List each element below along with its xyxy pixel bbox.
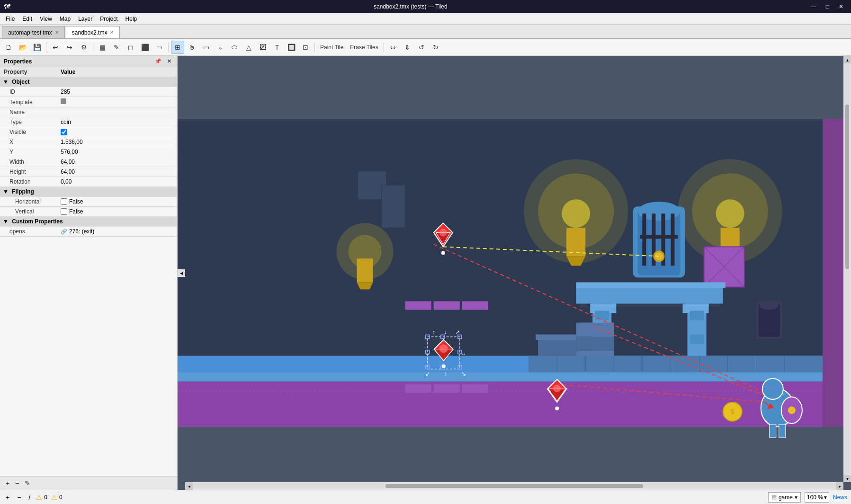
tab-sandbox-close[interactable]: ✕ [110,30,114,35]
tab-sandbox[interactable]: sandbox2.tmx ✕ [66,26,120,38]
ellipse-button[interactable]: ⬭ [228,41,241,54]
menu-project[interactable]: Project [96,15,121,23]
add-property-button[interactable]: + [4,478,11,488]
redo-button[interactable]: ↪ [63,41,76,54]
tile-button[interactable]: 🔲 [285,41,298,54]
flip-v-button[interactable]: ⇕ [401,41,414,54]
remove-property-button[interactable]: − [13,478,21,488]
scrollbar-v[interactable]: ▴ ▾ [843,56,851,482]
prop-width-value[interactable]: 64,00 [57,157,177,167]
section-custom-toggle[interactable]: ▼ [3,218,9,225]
undo-button[interactable]: ↩ [49,41,62,54]
menu-layer[interactable]: Layer [74,15,96,23]
section-object-toggle[interactable]: ▼ [3,79,9,85]
prop-type-label: Type [0,117,57,127]
opens-value-text: 276: (exit) [69,228,94,235]
scroll-right-btn[interactable]: ▸ [836,482,843,490]
scroll-thumb-h[interactable] [385,484,643,488]
prop-rotation-value[interactable]: 0,00 [57,177,177,187]
separator-3 [168,43,169,52]
menu-edit[interactable]: Edit [18,15,36,23]
select-rect-button[interactable]: ▭ [199,41,213,54]
prop-name-label: Name [0,107,57,117]
prop-horizontal-label: Horizontal [0,197,57,207]
select-region-button[interactable]: 🖱 [185,41,198,54]
add-property-statusbar-btn[interactable]: + [4,493,11,502]
prop-name-value[interactable] [57,107,177,117]
svg-rect-57 [462,301,488,310]
menu-view[interactable]: View [36,15,56,23]
text-button[interactable]: T [270,41,284,54]
maximize-button[interactable]: □ [822,2,833,11]
canvas-area[interactable]: ◂ [178,56,851,490]
scrollbar-v-track [845,63,849,475]
select-objects-button[interactable]: ⊞ [171,41,184,54]
image-button[interactable]: 🖼 [256,41,269,54]
svg-rect-58 [405,384,431,393]
scroll-left-btn[interactable]: ◂ [185,482,193,490]
scrollbar-h[interactable]: ◂ ▸ [185,482,843,490]
news-label[interactable]: News [833,494,847,501]
scroll-thumb-v[interactable] [845,105,849,269]
error-count: 0 [44,494,47,501]
svg-rect-47 [690,323,704,332]
section-object[interactable]: ▼ Object [0,77,177,87]
new-button[interactable]: 🗋 [2,41,15,54]
tilesets-button[interactable]: ▦ [96,41,109,54]
prop-x-value[interactable]: 1.536,00 [57,137,177,147]
remove-property-statusbar-btn[interactable]: − [15,493,23,502]
settings-button[interactable]: ⚙ [77,41,90,54]
template-button[interactable]: ⊡ [299,41,312,54]
prop-visible-value[interactable] [57,127,177,137]
horizontal-checkbox[interactable] [61,198,67,205]
close-button[interactable]: ✕ [835,2,847,11]
svg-point-104 [442,364,446,368]
minimize-button[interactable]: — [807,2,820,11]
zoom-control[interactable]: 100 % ▾ [805,492,829,503]
prop-template-value[interactable] [57,97,177,107]
panel-close-button[interactable]: ✕ [165,58,173,65]
section-flipping[interactable]: ▼ Flipping [0,187,177,197]
section-custom-props[interactable]: ▼ Custom Properties [0,217,177,227]
layer-select[interactable]: ▤ game ▾ [768,492,801,503]
bucket-button[interactable]: ⬛ [138,41,152,54]
scroll-down-btn[interactable]: ▾ [843,475,851,482]
edit-property-button[interactable]: ✎ [23,478,32,488]
panel-pin-button[interactable]: 📌 [153,58,163,65]
flip-h-button[interactable]: ⇔ [386,41,400,54]
prop-vertical-value[interactable]: False [57,207,177,217]
tab-automap[interactable]: automap-test.tmx ✕ [2,26,65,38]
menu-file[interactable]: File [2,15,18,23]
svg-point-11 [562,199,590,228]
eraser-button[interactable]: ◻ [124,41,137,54]
window-title: sandbox2.tmx (tests) — Tiled [14,3,807,10]
rotate-cw-button[interactable]: ↻ [429,41,442,54]
rotate-ccw-button[interactable]: ↺ [415,41,428,54]
prop-opens-value[interactable]: 🔗 276: (exit) [57,227,177,237]
separator-1 [46,43,46,52]
svg-text:↕: ↕ [444,371,447,377]
vertical-checkbox[interactable] [61,208,67,215]
scroll-up-btn[interactable]: ▴ [843,56,851,63]
prop-horizontal-value[interactable]: False [57,197,177,207]
prop-y-value[interactable]: 576,00 [57,147,177,157]
menu-map[interactable]: Map [56,15,74,23]
scroll-left-arrow[interactable]: ◂ [178,269,185,277]
point-tool-button[interactable]: ⬦ [214,41,227,54]
section-flipping-toggle[interactable]: ▼ [3,188,9,195]
edit-property-statusbar-btn[interactable]: / [27,493,32,502]
horizontal-label: False [69,198,83,205]
polygon-button[interactable]: △ [242,41,255,54]
save-button[interactable]: 💾 [30,41,44,54]
statusbar: + − / ⚠ 0 ⚠ 0 ▤ game ▾ 100 % ▾ News [0,490,851,504]
prop-id-value[interactable]: 285 [57,87,177,97]
shape-button[interactable]: ▭ [152,41,166,54]
visible-checkbox[interactable] [61,129,67,135]
prop-type-value[interactable]: coin [57,117,177,127]
svg-point-111 [788,407,796,414]
menu-help[interactable]: Help [122,15,141,23]
prop-height-value[interactable]: 64,00 [57,167,177,177]
stamp-button[interactable]: ✎ [110,41,123,54]
open-button[interactable]: 📂 [16,41,29,54]
tab-automap-close[interactable]: ✕ [55,30,59,35]
